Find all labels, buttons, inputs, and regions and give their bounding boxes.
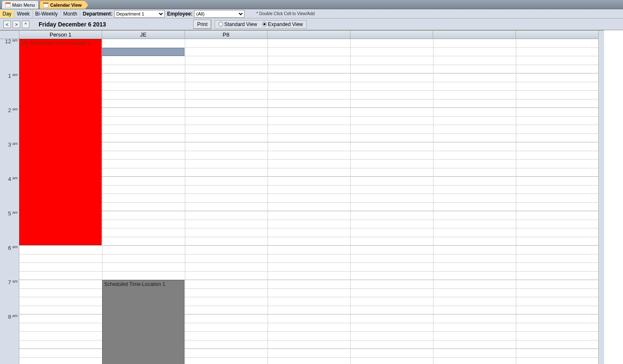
header-corner [0, 31, 19, 39]
appointment-block[interactable]: (A) Scheduled Time-Location 1 [19, 39, 102, 245]
svg-rect-1 [5, 3, 11, 4]
toolbar-filters: Day Week Bi-Weekly Month Department: Dep… [0, 9, 623, 18]
radio-icon [262, 22, 267, 26]
view-month[interactable]: Month [61, 10, 80, 18]
view-day[interactable]: Day [0, 10, 14, 18]
tab-calendar-view[interactable]: Calendar View [39, 0, 85, 9]
column-header[interactable] [268, 31, 350, 39]
grid-cell-row[interactable] [19, 39, 604, 48]
employee-select[interactable]: (All) [194, 10, 244, 18]
time-label: 3 am [0, 141, 19, 148]
view-mode-group: Standard View Expanded View [215, 20, 307, 29]
time-label: 12 am [0, 38, 19, 45]
svg-rect-3 [43, 3, 48, 4]
slots-area[interactable]: (A) Scheduled Time-Location 1Scheduled T… [19, 39, 604, 364]
grid-cell-row[interactable] [19, 73, 604, 82]
grid-cell-row[interactable] [19, 134, 604, 143]
form-icon [43, 3, 48, 8]
grid-cell-row[interactable] [19, 263, 604, 272]
department-select[interactable]: Department 1 [114, 10, 165, 18]
grid-cell-row[interactable] [19, 194, 604, 203]
time-label: 8 am [0, 314, 19, 320]
grid-cell-row[interactable] [19, 65, 604, 74]
column-header[interactable] [516, 31, 599, 39]
time-label: 7 am [0, 279, 19, 285]
tab-main-menu[interactable]: Main Menu [2, 0, 39, 9]
grid-cell-row[interactable] [19, 100, 604, 108]
column-headers: Person 1 JE P8 [0, 31, 604, 39]
radio-expanded-view[interactable]: Expanded View [262, 21, 303, 27]
grid-cell-row[interactable] [19, 125, 604, 134]
scrollbar-track[interactable] [598, 31, 604, 364]
next-button[interactable]: > [13, 21, 20, 28]
time-label: 4 am [0, 176, 19, 182]
form-icon [5, 3, 11, 8]
grid-cell-row[interactable] [19, 246, 604, 254]
time-label: 2 am [0, 107, 19, 113]
calendar-grid: Person 1 JE P8 12 am1 am2 am3 am4 am5 am… [0, 30, 604, 364]
tab-label: Main Menu [12, 3, 35, 8]
grid-cell-row[interactable] [19, 82, 604, 91]
grid-cell-row[interactable] [19, 108, 604, 117]
radio-label: Expanded View [268, 21, 303, 27]
grid-body: 12 am1 am2 am3 am4 am5 am6 am7 am8 am (A… [0, 39, 604, 364]
radio-icon [218, 22, 223, 26]
grid-cell-row[interactable] [19, 220, 604, 229]
grid-cell-row[interactable] [19, 177, 604, 186]
grid-cell-row[interactable] [19, 272, 604, 280]
date-title: Friday December 6 2013 [39, 21, 106, 28]
grid-cell-row[interactable] [19, 142, 604, 151]
grid-cell-row[interactable] [19, 168, 604, 177]
time-column: 12 am1 am2 am3 am4 am5 am6 am7 am8 am [0, 39, 19, 364]
print-button[interactable]: Print [193, 20, 211, 29]
prev-button[interactable]: < [3, 21, 11, 28]
grid-cell-row[interactable] [19, 91, 604, 100]
appointment-block[interactable] [102, 48, 184, 56]
toolbar-nav: < > ^ Friday December 6 2013 Print Stand… [0, 18, 623, 30]
grid-cell-row[interactable] [19, 203, 604, 212]
radio-label: Standard View [224, 21, 257, 27]
department-label: Department: [83, 11, 113, 17]
column-header[interactable]: JE [102, 31, 185, 39]
grid-cell-row[interactable] [19, 56, 604, 65]
up-button[interactable]: ^ [22, 21, 29, 28]
grid-cell-row[interactable] [19, 186, 604, 194]
radio-standard-view[interactable]: Standard View [218, 21, 257, 27]
column-header[interactable]: Person 1 [19, 31, 102, 39]
grid-cell-row[interactable] [19, 237, 604, 246]
employee-label: Employee: [167, 11, 193, 17]
tab-label: Calendar View [50, 3, 81, 8]
column-header[interactable]: P8 [185, 31, 268, 39]
view-week[interactable]: Week [14, 10, 32, 18]
grid-cell-row[interactable] [19, 211, 604, 220]
grid-cell-row[interactable] [19, 151, 604, 160]
column-header[interactable] [433, 31, 516, 39]
appointment-block[interactable]: Scheduled Time-Location 1 [102, 280, 184, 364]
grid-cell-row[interactable] [19, 117, 604, 126]
time-label: 6 am [0, 245, 19, 251]
hint-text: * Double Click Cell to View/Add [256, 11, 315, 16]
tab-bar: Main Menu Calendar View [0, 0, 623, 9]
grid-cell-row[interactable] [19, 160, 604, 168]
grid-cell-row[interactable] [19, 228, 604, 237]
column-header[interactable] [350, 31, 433, 39]
time-label: 1 am [0, 73, 19, 79]
time-label: 5 am [0, 210, 19, 217]
view-biweekly[interactable]: Bi-Weekly [33, 10, 61, 18]
grid-cell-row[interactable] [19, 254, 604, 263]
